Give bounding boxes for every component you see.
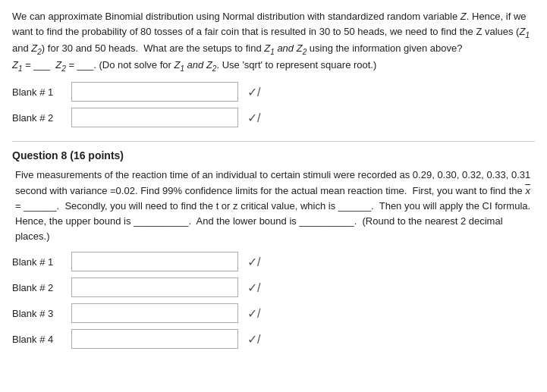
q8-blank4-check[interactable]: ✓/	[244, 332, 263, 347]
q8-blank1-row: Blank # 1 ✓/	[12, 252, 535, 271]
q7-blank1-check[interactable]: ✓/	[244, 85, 263, 99]
question8-header: Question 8 (16 points)	[12, 149, 535, 162]
q7-blank1-label: Blank # 1	[12, 86, 65, 98]
q8-blank3-check[interactable]: ✓/	[244, 306, 263, 321]
q8-blank2-input[interactable]	[71, 278, 238, 297]
q8-blank3-label: Blank # 3	[12, 308, 65, 319]
question7-section: We can approximate Binomial distribution…	[12, 9, 535, 127]
q8-blank4-row: Blank # 4 ✓/	[12, 329, 535, 349]
q8-blank3-input[interactable]	[71, 303, 238, 323]
q8-blank2-row: Blank # 2 ✓/	[12, 278, 535, 297]
q8-blank1-label: Blank # 1	[12, 256, 65, 268]
q7-blank1-row: Blank # 1 ✓/	[12, 82, 535, 102]
q8-blank1-input[interactable]	[71, 252, 238, 271]
question8-section: Question 8 (16 points) Five measurements…	[12, 149, 535, 349]
and-text: and	[12, 42, 29, 54]
q7-blank2-input[interactable]	[71, 108, 238, 127]
q8-blank4-label: Blank # 4	[12, 334, 65, 345]
question8-text: Five measurements of the reaction time o…	[15, 168, 535, 244]
q8-blank3-row: Blank # 3 ✓/	[12, 303, 535, 323]
q8-blank1-check[interactable]: ✓/	[244, 255, 263, 269]
q7-blank2-label: Blank # 2	[12, 112, 65, 124]
q8-blank2-check[interactable]: ✓/	[244, 281, 263, 295]
q7-blank2-check[interactable]: ✓/	[244, 111, 263, 125]
q7-blank1-input[interactable]	[71, 82, 238, 102]
q8-blank2-label: Blank # 2	[12, 282, 65, 293]
question7-text: We can approximate Binomial distribution…	[12, 9, 535, 74]
q8-blank4-input[interactable]	[71, 329, 238, 349]
q7-blank2-row: Blank # 2 ✓/	[12, 108, 535, 127]
